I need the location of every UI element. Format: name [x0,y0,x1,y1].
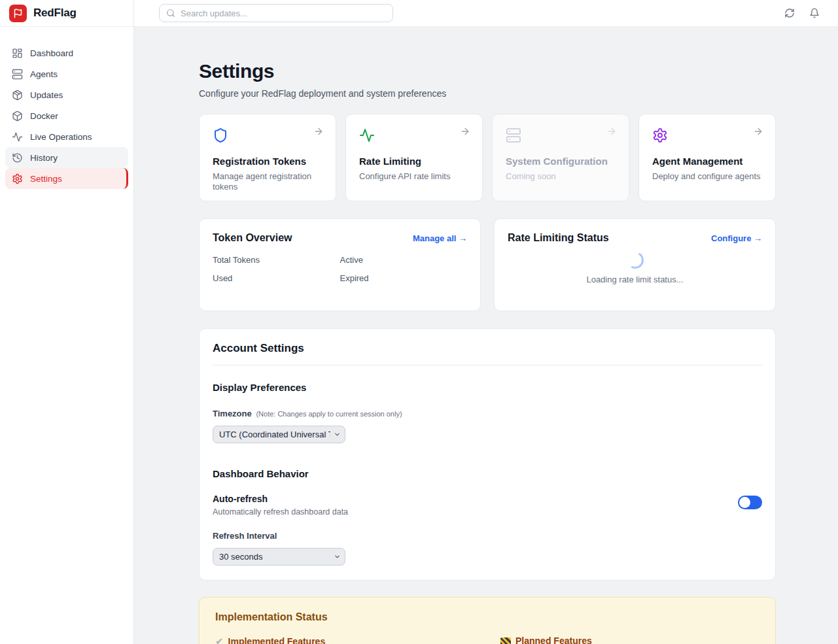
page-subtitle: Configure your RedFlag deployment and sy… [199,88,776,99]
activity-icon [12,131,23,143]
sidebar-item-label: Settings [30,174,62,184]
activity-icon [359,127,469,143]
main-content: Settings Configure your RedFlag deployme… [134,27,838,644]
card-title: Registration Tokens [213,156,323,167]
gear-icon [652,127,762,143]
sidebar-item-label: History [30,153,58,163]
card-title: Agent Management [652,156,762,167]
arrow-right-icon [753,126,763,137]
card-rate-limiting[interactable]: Rate Limiting Configure API rate limits [345,114,483,201]
auto-refresh-label: Auto-refresh [213,494,348,504]
overview-panels-row: Token Overview Manage all → Total Tokens… [199,218,776,311]
sidebar-item-agents[interactable]: Agents [5,63,128,84]
implemented-features-heading: Implemented Features [228,636,326,644]
card-description: Manage agent registration tokens [213,171,323,192]
implementation-status-title: Implementation Status [215,611,759,623]
sidebar-item-label: Dashboard [30,48,73,58]
server-icon [506,127,616,143]
package-icon [12,90,23,101]
card-registration-tokens[interactable]: Registration Tokens Manage agent registr… [199,114,336,201]
refresh-interval-select[interactable]: 30 seconds [213,548,345,566]
arrow-right-icon [606,126,617,137]
toggle-knob [739,497,750,508]
topbar-actions [783,7,821,20]
auto-refresh-toggle[interactable] [738,496,762,509]
stat-label-expired: Expired [340,273,468,283]
sidebar-item-live-operations[interactable]: Live Operations [5,126,128,147]
card-description: Coming soon [506,171,616,182]
stat-label-active: Active [340,255,468,265]
arrow-right-icon [460,126,470,137]
card-title: Rate Limiting [359,156,469,167]
redflag-logo-icon [9,5,27,22]
stat-label-used: Used [213,273,340,283]
implemented-features-column: ✔ Implemented Features Registration toke… [215,636,474,644]
sidebar-item-dashboard[interactable]: Dashboard [5,42,128,63]
token-overview-panel: Token Overview Manage all → Total Tokens… [199,218,481,311]
display-preferences-heading: Display Preferences [213,382,762,393]
sidebar-item-label: Agents [30,69,58,79]
stat-label-total-tokens: Total Tokens [213,255,340,265]
gear-icon [12,173,23,184]
page-title: Settings [199,60,776,82]
card-agent-management[interactable]: Agent Management Deploy and configure ag… [638,114,776,201]
sidebar-item-settings[interactable]: Settings [5,168,128,189]
refresh-icon[interactable] [783,7,796,20]
loading-spinner [625,250,646,271]
refresh-interval-label: Refresh Interval [213,531,762,541]
history-icon [12,152,23,163]
sidebar-item-label: Updates [30,90,63,100]
card-system-configuration: System Configuration Coming soon [492,114,629,201]
shield-icon [213,127,323,143]
search-icon [166,8,175,18]
box-icon [12,110,23,122]
feature-cards-row: Registration Tokens Manage agent registr… [199,114,776,201]
panel-title: Token Overview [213,232,292,244]
rate-limiting-status-panel: Rate Limiting Status Configure → Loading… [494,218,776,311]
timezone-select[interactable]: UTC (Coordinated Universal Time) [213,426,345,443]
sidebar-item-docker[interactable]: Docker [5,105,128,126]
configure-link[interactable]: Configure → [711,233,762,243]
panel-title: Rate Limiting Status [508,232,609,244]
implementation-status-panel: Implementation Status ✔ Implemented Feat… [199,597,776,644]
sidebar-nav: Dashboard Agents Updates Docker Live Ope… [0,27,133,189]
planned-features-heading: Planned Features [515,636,592,644]
brand: RedFlag [0,0,133,27]
sidebar-item-history[interactable]: History [5,147,128,168]
brand-name: RedFlag [33,7,77,20]
sidebar: RedFlag Dashboard Agents Updates Docker … [0,0,134,644]
auto-refresh-description: Automatically refresh dashboard data [213,507,348,517]
sidebar-item-label: Live Operations [30,132,92,142]
card-description: Deploy and configure agents [652,171,762,182]
sidebar-item-updates[interactable]: Updates [5,84,128,105]
planned-features-column: Planned Features System configuration ma… [500,636,759,644]
bell-icon[interactable] [808,7,821,20]
search-input[interactable] [181,8,386,18]
card-description: Configure API rate limits [359,171,469,182]
dashboard-icon [12,48,23,59]
timezone-label: Timezone [213,409,252,418]
search-box[interactable] [159,4,393,22]
check-icon: ✔ [215,636,224,644]
server-icon [12,69,23,80]
topbar [134,0,838,27]
sidebar-item-label: Docker [30,111,58,121]
timezone-select-wrap: UTC (Coordinated Universal Time) [213,426,345,443]
account-settings-title: Account Settings [213,342,762,365]
refresh-interval-select-wrap: 30 seconds [213,548,345,566]
loading-text: Loading rate limit status... [586,275,683,284]
manage-all-link[interactable]: Manage all → [413,233,467,243]
card-title: System Configuration [506,156,616,167]
arrow-right-icon [313,126,324,137]
account-settings-card: Account Settings Display Preferences Tim… [199,328,776,581]
construction-icon [500,637,511,644]
dashboard-behavior-heading: Dashboard Behavior [213,468,762,479]
token-stats-grid: Total Tokens Active Used Expired [213,255,467,283]
